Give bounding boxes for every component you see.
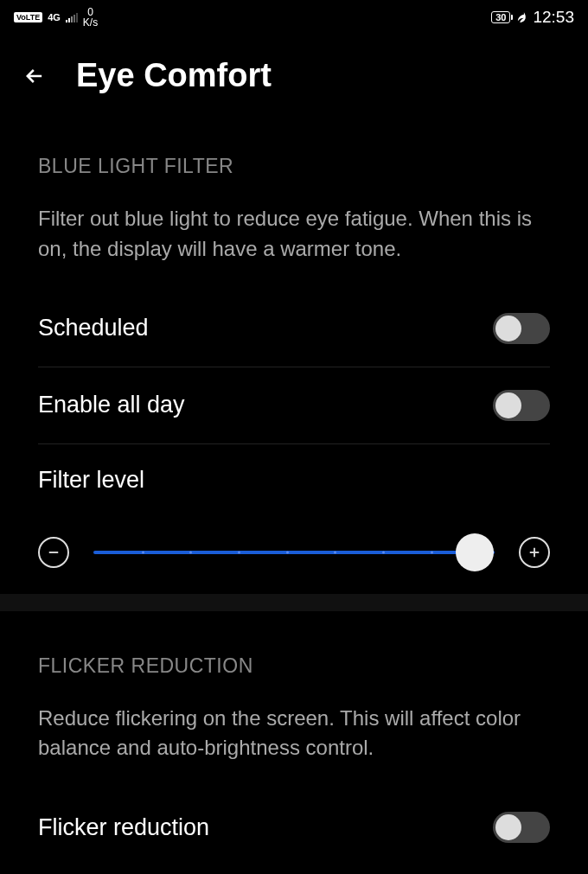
clock: 12:53 [533,8,574,27]
plus-icon [527,545,542,560]
blue-light-description: Filter out blue light to reduce eye fati… [38,204,550,265]
speed-unit: K/s [83,17,98,28]
toggle-knob [495,316,521,341]
enable-all-day-row[interactable]: Enable all day [38,367,550,444]
increase-button[interactable] [519,537,550,568]
scheduled-row[interactable]: Scheduled [38,290,550,367]
toggle-knob [495,814,521,840]
signal-bars-icon [66,12,78,22]
volte-badge: VoLTE [14,12,42,22]
leaf-icon [515,10,527,25]
flicker-reduction-row[interactable]: Flicker reduction [38,789,550,865]
status-right: 30 12:53 [491,8,574,27]
arrow-left-icon [22,64,47,88]
speed-indicator: 0 K/s [83,7,98,28]
network-indicator: 4G [48,12,61,22]
scheduled-toggle[interactable] [493,313,550,344]
flicker-section-header: FLICKER REDUCTION [38,654,550,678]
slider-thumb[interactable] [456,533,494,571]
header: Eye Comfort [0,31,588,112]
back-button[interactable] [21,62,48,90]
page-title: Eye Comfort [76,57,272,94]
filter-level-label: Filter level [38,444,550,494]
scheduled-label: Scheduled [38,315,149,341]
filter-level-slider-row [38,494,550,594]
section-divider [0,594,588,611]
flicker-description: Reduce flickering on the screen. This wi… [38,704,550,764]
minus-icon [46,545,61,560]
filter-level-slider[interactable] [93,551,495,554]
toggle-knob [495,392,521,418]
flicker-reduction-toggle[interactable] [493,812,550,843]
enable-all-day-label: Enable all day [38,392,185,418]
decrease-button[interactable] [38,537,69,568]
blue-light-section-header: BLUE LIGHT FILTER [38,155,550,178]
status-left: VoLTE 4G 0 K/s [14,7,98,28]
enable-all-day-toggle[interactable] [493,390,550,421]
status-bar: VoLTE 4G 0 K/s 30 12:53 [0,0,588,31]
battery-indicator: 30 [491,11,510,23]
flicker-reduction-label: Flicker reduction [38,814,209,841]
